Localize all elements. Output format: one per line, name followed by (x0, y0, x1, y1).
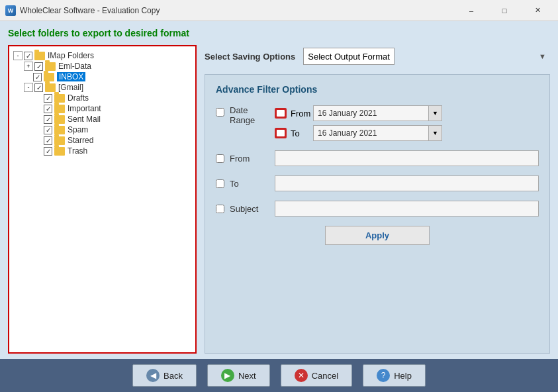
label-spam: Spam (68, 125, 88, 134)
folder-icon-trash (54, 147, 65, 156)
from-checkbox[interactable] (216, 154, 224, 163)
label-gmail: [Gmail] (58, 83, 83, 92)
checkbox-imap[interactable] (24, 52, 32, 60)
next-label: Next (238, 371, 256, 381)
folder-icon-eml (45, 62, 56, 71)
checkbox-inbox[interactable] (33, 73, 42, 81)
subject-label: Subject (230, 204, 269, 214)
folder-icon-inbox (44, 73, 54, 81)
save-options-row: Select Saving Options Select Output Form… (205, 45, 550, 68)
to-date-row: To 16 January 2021 ▼ (275, 125, 442, 141)
date-range-inputs: From 16 January 2021 ▼ To (275, 105, 442, 141)
minimize-button[interactable]: – (456, 0, 487, 21)
from-date-input[interactable]: 16 January 2021 ▼ (313, 105, 442, 121)
content-area: - IMap Folders + Eml-Data INBOX (8, 45, 550, 354)
checkbox-trash[interactable] (44, 147, 52, 156)
save-options-label: Select Saving Options (205, 52, 295, 62)
label-trash: Trash (68, 146, 87, 156)
right-panel: Select Saving Options Select Output Form… (205, 45, 550, 354)
from-date-label: From (291, 109, 309, 119)
maximize-button[interactable]: □ (489, 0, 520, 21)
from-date-icon (275, 108, 287, 119)
checkbox-sent[interactable] (44, 115, 52, 124)
checkbox-starred[interactable] (44, 136, 52, 145)
label-drafts: Drafts (68, 93, 89, 103)
from-filter-row: From (216, 150, 539, 166)
tree-item-trash[interactable]: Trash (13, 146, 191, 156)
toggle-eml[interactable]: + (24, 62, 33, 71)
subject-filter-row: Subject (216, 201, 539, 217)
date-range-row: Date Range From 16 January 2021 ▼ (216, 105, 539, 141)
apply-btn-row: Apply (216, 226, 539, 245)
folder-icon-important (54, 105, 65, 113)
window-controls: – □ ✕ (456, 0, 553, 21)
next-button[interactable]: ▶ Next (207, 364, 270, 387)
calendar-to-icon (277, 130, 285, 136)
tree-item-inbox[interactable]: INBOX (13, 72, 191, 82)
checkbox-important[interactable] (44, 105, 52, 113)
tree-item-imap[interactable]: - IMap Folders (13, 50, 191, 61)
output-format-wrapper: Select Output Format PST PDF EML MSG MBO… (303, 48, 550, 65)
back-label: Back (163, 371, 183, 381)
from-date-dropdown-icon[interactable]: ▼ (428, 106, 442, 121)
from-date-value: 16 January 2021 (314, 109, 428, 118)
label-imap: IMap Folders (48, 51, 94, 60)
date-range-label: Date Range (230, 105, 269, 125)
back-icon: ◀ (146, 369, 160, 382)
checkbox-drafts[interactable] (44, 94, 52, 103)
tree-item-starred[interactable]: Starred (13, 135, 191, 146)
from-label: From (230, 154, 269, 164)
checkbox-spam[interactable] (44, 126, 52, 134)
next-icon: ▶ (221, 369, 234, 382)
folder-panel: - IMap Folders + Eml-Data INBOX (8, 45, 197, 354)
folder-icon-gmail (45, 83, 56, 92)
to-date-icon (275, 128, 287, 138)
tree-item-gmail[interactable]: - [Gmail] (13, 82, 191, 93)
to-date-label: To (291, 128, 309, 138)
title-bar-text: WholeClear Software - Evaluation Copy (20, 6, 456, 15)
tree-item-sent[interactable]: Sent Mail (13, 114, 191, 124)
to-input[interactable] (275, 175, 539, 191)
close-button[interactable]: ✕ (522, 0, 553, 21)
folder-icon-starred (54, 136, 65, 145)
app-icon: W (5, 5, 16, 16)
from-input[interactable] (275, 150, 539, 166)
cancel-label: Cancel (312, 371, 338, 381)
date-range-checkbox[interactable] (216, 108, 224, 117)
to-date-input[interactable]: 16 January 2021 ▼ (313, 125, 442, 141)
checkbox-gmail[interactable] (34, 83, 43, 92)
to-date-value: 16 January 2021 (314, 128, 428, 138)
toggle-gmail[interactable]: - (24, 83, 33, 92)
help-label: Help (394, 371, 412, 381)
label-eml: Eml-Data (58, 62, 91, 71)
toggle-imap[interactable]: - (13, 51, 23, 60)
checkbox-eml[interactable] (34, 62, 43, 71)
cancel-icon: ✕ (295, 369, 308, 382)
folder-icon-spam (54, 126, 65, 134)
tree-item-drafts[interactable]: Drafts (13, 93, 191, 103)
tree-item-important[interactable]: Important (13, 103, 191, 114)
advance-filter-panel: Advance Filter Options Date Range From (205, 74, 550, 354)
cancel-button[interactable]: ✕ Cancel (281, 364, 352, 387)
folder-icon-sent (54, 115, 65, 124)
output-format-select[interactable]: Select Output Format PST PDF EML MSG MBO… (303, 48, 395, 65)
bottom-bar: ◀ Back ▶ Next ✕ Cancel ? Help (0, 359, 558, 392)
to-label: To (230, 179, 269, 189)
apply-button[interactable]: Apply (325, 226, 430, 245)
subject-checkbox[interactable] (216, 205, 224, 213)
from-date-row: From 16 January 2021 ▼ (275, 105, 442, 121)
help-button[interactable]: ? Help (363, 364, 426, 387)
subject-input[interactable] (275, 201, 539, 217)
tree-item-spam[interactable]: Spam (13, 124, 191, 135)
folder-icon-imap (34, 52, 45, 60)
tree-item-eml[interactable]: + Eml-Data (13, 61, 191, 72)
label-inbox: INBOX (57, 72, 85, 81)
folder-icon-drafts (54, 94, 65, 103)
to-date-dropdown-icon[interactable]: ▼ (428, 126, 442, 140)
to-checkbox[interactable] (216, 179, 224, 188)
title-bar: W WholeClear Software - Evaluation Copy … (0, 0, 558, 21)
to-filter-row: To (216, 175, 539, 191)
main-content: Select folders to export to desired form… (0, 21, 558, 359)
back-button[interactable]: ◀ Back (132, 364, 197, 387)
label-sent: Sent Mail (68, 115, 101, 124)
